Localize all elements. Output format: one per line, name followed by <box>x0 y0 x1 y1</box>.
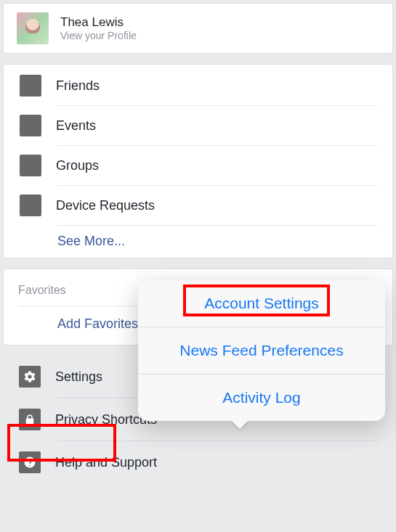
shortcut-label: Friends <box>56 79 100 92</box>
shortcut-groups[interactable]: Groups <box>4 146 392 185</box>
settings-label: Settings <box>55 370 102 383</box>
shortcut-label: Events <box>56 119 96 132</box>
shortcut-events[interactable]: Events <box>4 106 392 145</box>
shortcut-label: Groups <box>56 159 99 172</box>
see-more-label: See More... <box>57 234 125 247</box>
profile-subtitle: View your Profile <box>60 30 137 43</box>
gear-icon <box>19 366 41 388</box>
profile-card[interactable]: Thea Lewis View your Profile <box>3 3 393 54</box>
shortcut-label: Device Requests <box>56 199 155 212</box>
shortcuts-card: Friends Events Groups Device Requests Se… <box>3 64 393 258</box>
help-label: Help and Support <box>55 456 157 469</box>
avatar <box>17 12 49 44</box>
help-support-row[interactable]: Help and Support <box>3 441 393 483</box>
placeholder-icon <box>20 75 41 97</box>
shortcut-device-requests[interactable]: Device Requests <box>4 186 392 225</box>
settings-popover: Account Settings News Feed Preferences A… <box>138 280 385 421</box>
placeholder-icon <box>20 115 41 136</box>
shortcut-friends[interactable]: Friends <box>4 66 392 105</box>
lock-icon <box>19 409 41 430</box>
profile-name: Thea Lewis <box>60 15 137 30</box>
popover-account-settings[interactable]: Account Settings <box>138 280 385 327</box>
popover-activity-log[interactable]: Activity Log <box>138 375 385 421</box>
see-more-link[interactable]: See More... <box>4 226 392 256</box>
help-icon <box>19 451 41 473</box>
popover-tail <box>231 420 248 429</box>
placeholder-icon <box>20 195 41 216</box>
placeholder-icon <box>20 155 41 176</box>
popover-news-feed-preferences[interactable]: News Feed Preferences <box>138 327 385 374</box>
